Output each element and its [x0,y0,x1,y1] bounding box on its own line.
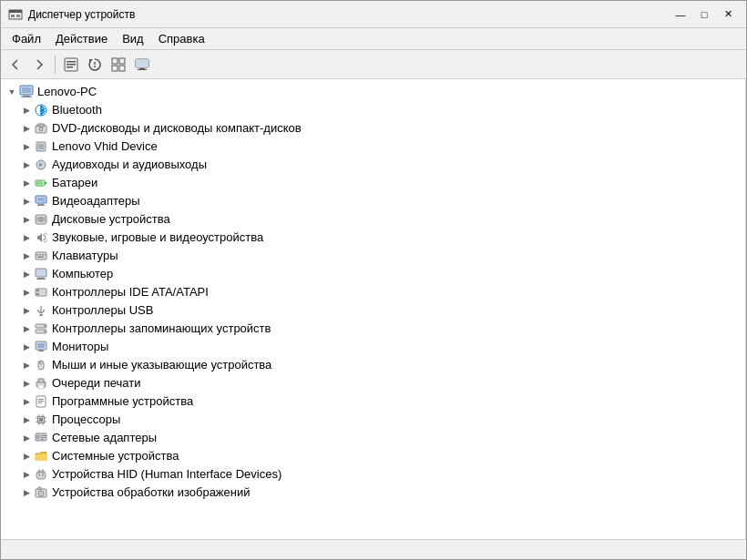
svg-rect-12 [119,58,125,64]
mice-expander[interactable] [19,358,34,372]
sound-icon [34,230,48,245]
pc-icon [34,267,48,281]
tree-item-ide[interactable]: Контроллеры IDE ATA/ATAPI [1,283,745,301]
title-bar: Диспетчер устройств — □ ✕ [1,1,746,28]
svg-rect-42 [36,254,38,256]
svg-point-59 [44,325,46,327]
tree-item-sound-gaming[interactable]: Звуковые, игровые и видеоустройства [1,229,745,247]
svg-rect-74 [38,401,44,402]
tree-item-printers[interactable]: Очереди печати [1,374,745,392]
tree-item-monitors[interactable]: Мониторы [1,338,745,356]
update-driver-button[interactable] [84,54,106,76]
menu-view[interactable]: Вид [115,30,151,47]
sound-expander[interactable] [19,230,34,245]
processors-expander[interactable] [19,412,34,427]
svg-rect-75 [38,402,42,403]
tree-item-battery[interactable]: Батареи [1,174,745,192]
tree-item-keyboard[interactable]: Клавиатуры [1,247,745,265]
hid-expander[interactable] [19,467,34,482]
tree-item-dvd[interactable]: DVD-дисководы и дисководы компакт-дисков [1,119,745,137]
content-area: Lenovo-PC Bluetooth [1,79,746,539]
svg-rect-33 [36,181,43,185]
computer-icon [19,85,34,99]
tree-item-disk[interactable]: Дисковые устройства [1,210,745,229]
audio-label: Аудиовходы и аудиовыходы [52,156,207,174]
processors-label: Процессоры [52,411,120,429]
svg-rect-44 [42,254,44,256]
tree-item-mice[interactable]: Мыши и иные указывающие устройства [1,356,745,374]
ide-expander[interactable] [19,285,34,300]
usb-expander[interactable] [19,303,34,318]
svg-point-71 [44,382,46,384]
tree-item-audio[interactable]: Аудиовходы и аудиовыходы [1,156,745,174]
window-icon [8,7,23,22]
storage-expander[interactable] [19,321,34,336]
battery-label: Батареи [52,174,97,192]
svg-point-10 [94,66,96,67]
svg-rect-14 [119,66,125,71]
tree-item-video[interactable]: Видеоадаптеры [1,192,745,210]
show-hidden-button[interactable] [107,54,129,76]
svg-rect-62 [37,343,45,348]
printers-expander[interactable] [19,376,34,391]
disk-label: Дисковые устройства [52,210,170,229]
svg-rect-93 [36,472,46,479]
disk-expander[interactable] [19,212,34,227]
toolbar-separator-1 [55,56,56,74]
maximize-button[interactable]: □ [693,5,715,24]
menu-file[interactable]: Файл [5,30,48,47]
svg-rect-91 [41,437,46,438]
root-label: Lenovo-PC [37,83,97,101]
dvd-label: DVD-дисководы и дисководы компакт-дисков [52,119,302,137]
imaging-expander[interactable] [19,485,34,500]
svg-rect-45 [45,254,46,256]
tree-item-computer[interactable]: Компьютер [1,265,745,283]
disk-icon [34,212,48,227]
svg-rect-35 [37,198,45,201]
tree-item-network[interactable]: Сетевые адаптеры [1,429,745,447]
keyboard-expander[interactable] [19,249,34,263]
tree-root-item[interactable]: Lenovo-PC [1,83,745,101]
tree-item-bluetooth[interactable]: Bluetooth [1,101,745,119]
tree-item-processors[interactable]: Процессоры [1,411,745,429]
video-expander[interactable] [19,194,34,209]
tree-item-storage-ctrl[interactable]: Контроллеры запоминающих устройств [1,320,745,338]
svg-point-27 [41,129,42,130]
dvd-expander[interactable] [19,121,34,136]
svg-rect-36 [38,204,44,205]
audio-expander[interactable] [19,158,34,172]
computer-expander[interactable] [19,267,34,281]
forward-button[interactable] [28,54,50,76]
properties-button[interactable] [60,54,82,76]
tree-item-hid[interactable]: Устройства HID (Human Interface Devices) [1,465,745,484]
menu-help[interactable]: Справка [151,30,212,47]
menu-action[interactable]: Действие [48,30,115,47]
usb-icon [34,303,48,318]
tree-item-usb[interactable]: Контроллеры USB [1,301,745,320]
svg-rect-49 [36,279,46,280]
minimize-button[interactable]: — [670,5,691,24]
usb-label: Контроллеры USB [52,301,153,320]
lenovo-expander[interactable] [19,139,34,154]
close-button[interactable]: ✕ [717,5,739,24]
system-expander[interactable] [19,449,34,463]
tree-item-imaging[interactable]: Устройства обработки изображений [1,484,745,502]
back-button[interactable] [5,54,26,76]
svg-rect-20 [22,87,31,93]
svg-rect-43 [39,254,41,256]
root-expander[interactable] [5,85,19,99]
svg-rect-47 [36,269,46,277]
lenovo-icon [34,139,48,154]
network-icon [34,431,48,445]
device-info-button[interactable] [131,54,153,76]
monitors-expander[interactable] [19,340,34,354]
svg-rect-29 [38,144,44,149]
bluetooth-expander[interactable] [19,103,34,117]
tree-item-system[interactable]: Системные устройства [1,447,745,465]
device-tree[interactable]: Lenovo-PC Bluetooth [1,79,746,539]
firmware-expander[interactable] [19,394,34,409]
network-expander[interactable] [19,431,34,445]
battery-expander[interactable] [19,176,34,190]
tree-item-firmware[interactable]: Программные устройства [1,392,745,411]
tree-item-lenovo-vhid[interactable]: Lenovo Vhid Device [1,137,745,156]
